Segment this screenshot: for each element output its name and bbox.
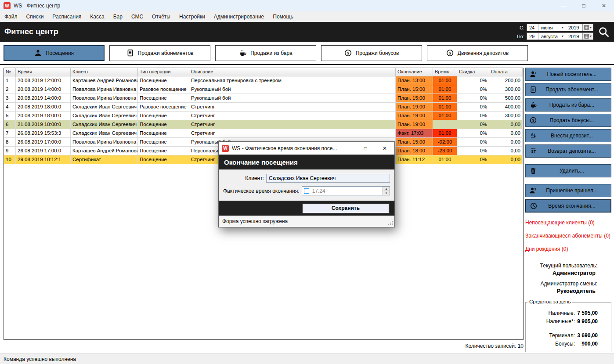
cell-duration[interactable]: 01:00 (433, 155, 457, 164)
time-value[interactable]: 17:24 (312, 188, 383, 194)
tab-bonus-sales[interactable]: $ Продажи бонусов (321, 45, 422, 61)
cell-ending[interactable]: План. 15:00 (396, 94, 433, 103)
cell-payment[interactable]: 0,00 (489, 147, 523, 155)
cell-client[interactable]: Складских Иван Сергеевич (71, 120, 138, 129)
sell-bonuses-button[interactable]: $ Продать бонусы... (525, 114, 611, 127)
column-header[interactable]: Описание (189, 68, 396, 76)
cell-time[interactable]: 21.08.2019 18:00:0 (16, 120, 71, 129)
time-checkbox[interactable] (304, 188, 309, 194)
cell-discount[interactable]: 0% (457, 85, 489, 94)
cell-payment[interactable]: 300,00 (489, 85, 523, 94)
table-row[interactable]: 1 20.08.2019 12:00:0 Карташев Андрей Ром… (4, 76, 523, 85)
cell-duration[interactable]: 01:00 (433, 94, 457, 103)
column-header[interactable]: Окончание (396, 68, 433, 76)
cell-discount[interactable]: 0% (457, 120, 489, 129)
cell-payment[interactable]: 400,00 (489, 103, 523, 112)
date-from-year[interactable]: 2019 (566, 24, 582, 31)
date-from-calendar-button[interactable]: ▾ (582, 24, 593, 31)
cell-payment[interactable]: 300,00 (489, 112, 523, 120)
column-header[interactable]: Скидка (457, 68, 489, 76)
column-header[interactable]: Оплата (489, 68, 523, 76)
save-button[interactable]: Сохранить (302, 203, 390, 214)
cell-client[interactable]: Складских Иван Сергеевич (71, 129, 138, 138)
cell-discount[interactable]: 0% (457, 138, 489, 147)
spinner-down-icon[interactable]: ▼ (383, 191, 390, 195)
cell-time[interactable]: 29.08.2019 10:12:1 (16, 155, 71, 164)
table-row[interactable]: 4 20.08.2019 18:00:0 Складских Иван Серг… (4, 103, 523, 112)
tab-visits[interactable]: Посещения (4, 45, 105, 61)
cell-description[interactable]: Стретчинг (189, 120, 396, 129)
cell-ending[interactable]: План. 18:00 (396, 147, 433, 155)
sell-membership-button[interactable]: Продать абонемент... (525, 83, 611, 96)
column-header[interactable]: Время (16, 68, 71, 76)
date-from-day[interactable]: 24 (527, 24, 538, 31)
menu-item[interactable]: Администрирование (209, 11, 268, 22)
cell-operation-type[interactable]: Посещение (138, 138, 189, 147)
client-field[interactable]: Складских Иван Сергеевич (266, 174, 390, 183)
end-time-button[interactable]: Время окончания... (525, 199, 611, 213)
cell-ending[interactable]: План. 19:00 (396, 112, 433, 120)
cell-description[interactable]: Стретчинг (189, 129, 396, 138)
cell-discount[interactable]: 0% (457, 76, 489, 85)
delete-button[interactable]: Удалить... (525, 164, 611, 177)
minimize-button[interactable]: — (553, 0, 574, 11)
cell-operation-type[interactable]: Посещение (138, 129, 189, 138)
menu-item[interactable]: СМС (127, 11, 148, 22)
cell-client[interactable]: Сертификат (71, 155, 138, 164)
cell-ending[interactable]: План. 19:00 (396, 120, 433, 129)
cell-time[interactable]: 20.08.2019 14:00:0 (16, 94, 71, 103)
table-row[interactable]: 2 20.08.2019 14:00:0 Повалова Ирина Иван… (4, 85, 523, 94)
cell-payment[interactable]: 0,00 (489, 120, 523, 129)
cell-number[interactable]: 10 (4, 155, 16, 164)
cell-time[interactable]: 26.08.2019 17:00:0 (16, 147, 71, 155)
date-to-day[interactable]: 29 (527, 33, 538, 40)
cell-number[interactable]: 1 (4, 76, 16, 85)
cell-description[interactable]: Рукопашный бой (189, 85, 396, 94)
menu-item[interactable]: Файл (0, 11, 22, 22)
resize-grip-icon[interactable] (392, 224, 393, 225)
menu-item[interactable]: Бар (109, 11, 127, 22)
cell-number[interactable]: 6 (4, 120, 16, 129)
menu-item[interactable]: Помощь (268, 11, 297, 22)
tab-membership-sales[interactable]: Продажи абонементов (109, 45, 210, 61)
tab-bar-sales[interactable]: Продажи из бара (215, 45, 316, 61)
cell-payment[interactable]: 0,00 (489, 155, 523, 164)
cell-payment[interactable]: 0,00 (489, 138, 523, 147)
cell-client[interactable]: Складских Иван Сергеевич (71, 112, 138, 120)
cell-discount[interactable]: 0% (457, 103, 489, 112)
table-row[interactable]: 6 21.08.2019 18:00:0 Складских Иван Серг… (4, 120, 523, 129)
cell-duration[interactable]: 01:00 (433, 85, 457, 94)
cell-payment[interactable]: 500,00 (489, 94, 523, 103)
column-header[interactable]: Клиент (71, 68, 138, 76)
cell-operation-type[interactable]: Посещение (138, 120, 189, 129)
cell-discount[interactable]: 0% (457, 129, 489, 138)
close-button[interactable]: ✕ (594, 0, 614, 11)
cell-description[interactable]: Рукопашный бой (189, 94, 396, 103)
tab-deposit-movements[interactable]: $ Движения депозитов (427, 45, 528, 61)
menu-item[interactable]: Отчёты (148, 11, 175, 22)
cell-operation-type[interactable]: Разовое посещение (138, 85, 189, 94)
table-row[interactable]: 5 20.08.2019 18:00:0 Складских Иван Серг… (4, 112, 523, 120)
sell-from-bar-button[interactable]: Продать из бара... (525, 98, 611, 112)
cell-client[interactable]: Повалова Ирина Ивановна (71, 138, 138, 147)
cell-operation-type[interactable]: Разовое посещение (138, 103, 189, 112)
dialog-close-button[interactable]: ✕ (375, 142, 394, 155)
cell-duration[interactable]: 01:09 (433, 129, 457, 138)
date-to-picker[interactable]: 29 августа ▾ 2019 ▾ (527, 32, 593, 40)
cell-ending[interactable]: План. 13:00 (396, 76, 433, 85)
new-visitor-button[interactable]: Новый посетитель... (525, 68, 611, 81)
refund-deposit-button[interactable]: $ Возврат депозита... (525, 144, 611, 158)
cell-discount[interactable]: 0% (457, 155, 489, 164)
cell-operation-type[interactable]: Посещение (138, 76, 189, 85)
search-button[interactable] (595, 24, 613, 40)
date-to-year[interactable]: 2019 (566, 33, 582, 40)
cell-duration[interactable]: 01:00 (433, 112, 457, 120)
column-header[interactable]: № (4, 68, 16, 76)
cell-operation-type[interactable]: Посещение (138, 94, 189, 103)
cell-ending[interactable]: Факт. 17:03 (396, 129, 433, 138)
cell-duration[interactable]: 01:00 (433, 76, 457, 85)
cell-time[interactable]: 20.08.2019 18:00:0 (16, 103, 71, 112)
menu-item[interactable]: Списки (22, 11, 48, 22)
cell-client[interactable]: Карташев Андрей Романович (71, 76, 138, 85)
chevron-down-icon[interactable]: ▾ (562, 26, 563, 29)
